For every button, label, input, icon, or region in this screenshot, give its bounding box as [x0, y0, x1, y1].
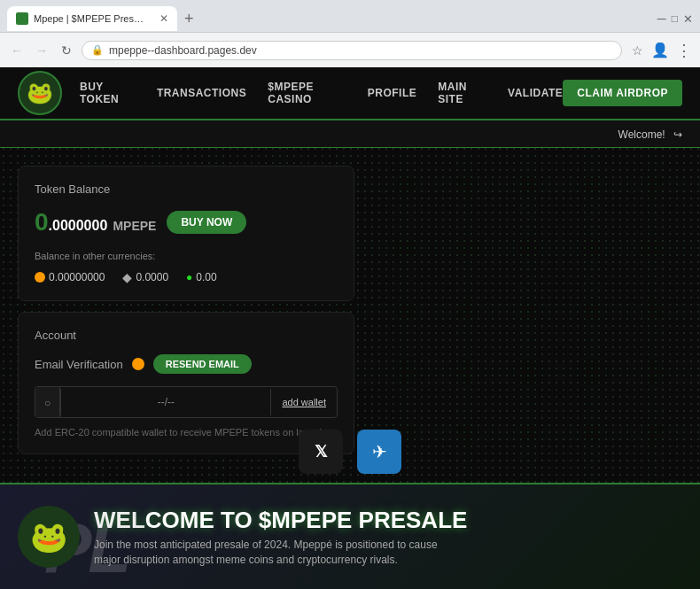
- browser-chrome: Mpepe | $MPEPE Presale Live... ✕ + ─ □ ✕…: [0, 0, 700, 67]
- hero-text: WELCOME TO $MPEPE PRESALE Join the most …: [94, 507, 467, 568]
- welcome-bar: Welcome! ↪: [0, 120, 700, 148]
- welcome-text: Welcome! ↪: [613, 128, 682, 141]
- hero-title: WELCOME TO $MPEPE PRESALE: [94, 507, 467, 534]
- claim-airdrop-button[interactable]: CLAIM AIRDROP: [563, 80, 682, 106]
- nav-main-site[interactable]: MAIN SITE: [438, 81, 486, 105]
- website-content: 🐸 BUY TOKEN TRANSACTIONS $MPEPE CASINO P…: [0, 67, 700, 589]
- email-label: Email Verification: [35, 358, 123, 371]
- main-content: Token Balance 0.0000000 MPEPE BUY NOW Ba…: [0, 148, 700, 472]
- tab-favicon: [16, 12, 28, 25]
- nav-transactions[interactable]: TRANSACTIONS: [157, 87, 246, 99]
- token-balance-title: Token Balance: [35, 182, 338, 196]
- email-status-dot: [132, 358, 144, 370]
- token-balance-row: 0.0000000 MPEPE BUY NOW: [35, 208, 338, 236]
- hero-title-part2: COME TO $MPEPE PRESALE: [145, 507, 468, 533]
- btc-balance: 0.00000000: [35, 271, 105, 283]
- usdt-value: 0.00: [196, 271, 216, 283]
- hero-subtitle-2: major disruption amongst meme coins and …: [94, 553, 467, 568]
- nav-smpepe-casino[interactable]: $MPEPE CASINO: [268, 81, 346, 105]
- logout-icon[interactable]: ↪: [673, 128, 682, 141]
- menu-button[interactable]: ⋮: [673, 41, 693, 60]
- address-bar[interactable]: 🔒 mpeppe--dashboard.pages.dev: [82, 41, 622, 60]
- token-balance-card: Token Balance 0.0000000 MPEPE BUY NOW Ba…: [18, 166, 354, 301]
- usdt-icon: ●: [186, 271, 192, 283]
- site-nav: 🐸 BUY TOKEN TRANSACTIONS $MPEPE CASINO P…: [0, 67, 700, 120]
- btc-icon: [35, 272, 45, 283]
- minimize-button[interactable]: ─: [657, 12, 666, 26]
- erc20-note: Add ERC-20 compatible wallet to receive …: [35, 427, 338, 438]
- logo-emoji: 🐸: [27, 81, 53, 105]
- browser-titlebar: Mpepe | $MPEPE Presale Live... ✕ + ─ □ ✕: [0, 0, 700, 32]
- amount-zero: 0: [35, 208, 49, 236]
- toolbar-actions: ☆ 👤 ⋮: [627, 41, 693, 60]
- twitter-button[interactable]: 𝕏: [299, 430, 343, 474]
- close-button[interactable]: ✕: [683, 12, 693, 26]
- email-verification-row: Email Verification RESEND EMAIL: [35, 354, 338, 374]
- wallet-row: ○ --/-- add wallet: [35, 386, 338, 418]
- add-wallet-button[interactable]: add wallet: [271, 390, 337, 415]
- new-tab-button[interactable]: +: [184, 10, 194, 28]
- maximize-button[interactable]: □: [672, 12, 678, 25]
- hero-subtitle-1: Join the most anticipated presale of 202…: [94, 538, 467, 553]
- profile-button[interactable]: 👤: [650, 41, 670, 60]
- token-amount-display: 0.0000000 MPEPE: [35, 208, 156, 236]
- nav-links: BUY TOKEN TRANSACTIONS $MPEPE CASINO PRO…: [80, 81, 563, 105]
- site-logo: 🐸: [18, 71, 62, 115]
- secure-icon: 🔒: [91, 44, 104, 56]
- circle-icon: ○: [44, 397, 51, 409]
- eth-icon: ◆: [122, 270, 132, 284]
- twitter-icon: 𝕏: [315, 442, 328, 461]
- eth-value: 0.0000: [136, 271, 168, 283]
- currency-row: 0.00000000 ◆ 0.0000 ● 0.00: [35, 270, 338, 284]
- browser-tab[interactable]: Mpepe | $MPEPE Presale Live... ✕: [7, 6, 177, 31]
- back-button[interactable]: ←: [7, 41, 27, 60]
- bookmark-button[interactable]: ☆: [627, 41, 647, 60]
- btc-value: 0.00000000: [49, 271, 105, 283]
- wallet-icon: ○: [35, 387, 60, 417]
- hero-banner: PL 🐸 WELCOME TO $MPEPE PRESALE Join the …: [0, 483, 700, 589]
- other-currencies-label: Balance in other currencies:: [35, 251, 338, 261]
- resend-email-button[interactable]: RESEND EMAIL: [153, 354, 252, 374]
- hero-title-part1: WEL: [94, 507, 145, 533]
- amount-decimal: .0000000: [49, 218, 108, 233]
- social-buttons: 𝕏 ✈: [299, 430, 401, 474]
- nav-profile[interactable]: PROFILE: [368, 87, 417, 99]
- hero-frog-emoji: 🐸: [30, 519, 67, 554]
- forward-button[interactable]: →: [32, 41, 51, 60]
- nav-buy-token[interactable]: BUY TOKEN: [80, 81, 136, 105]
- url-text: mpeppe--dashboard.pages.dev: [109, 44, 612, 57]
- account-title: Account: [35, 329, 338, 342]
- buy-now-button[interactable]: BUY NOW: [167, 211, 246, 234]
- telegram-button[interactable]: ✈: [357, 430, 401, 474]
- wallet-address-display: --/--: [60, 389, 271, 415]
- telegram-icon: ✈: [372, 441, 387, 462]
- token-symbol: MPEPE: [113, 219, 156, 233]
- hero-frog: 🐸: [18, 506, 80, 568]
- usdt-balance: ● 0.00: [186, 271, 217, 283]
- reload-button[interactable]: ↻: [57, 41, 76, 60]
- browser-toolbar: ← → ↻ 🔒 mpeppe--dashboard.pages.dev ☆ 👤 …: [0, 32, 700, 67]
- tab-title: Mpepe | $MPEPE Presale Live...: [34, 13, 149, 24]
- eth-balance: ◆ 0.0000: [122, 270, 168, 284]
- nav-validate[interactable]: VALIDATE: [508, 87, 563, 99]
- tab-close-button[interactable]: ✕: [159, 12, 168, 25]
